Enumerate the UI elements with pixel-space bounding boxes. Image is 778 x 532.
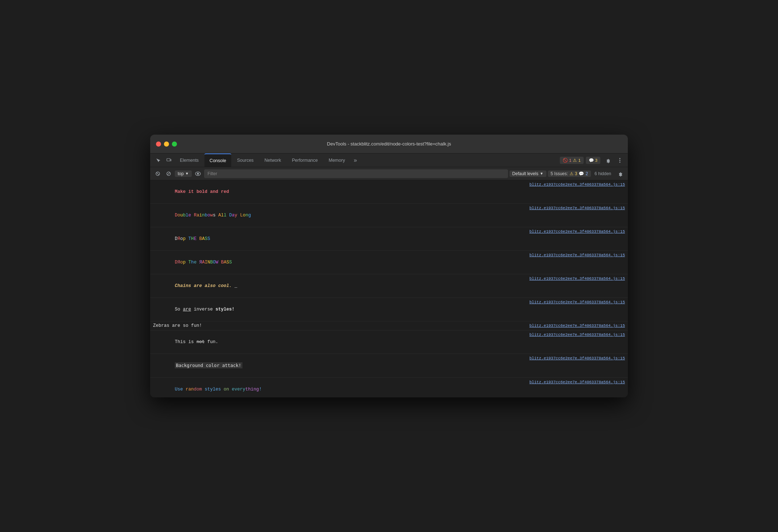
log-source-link[interactable]: blitz.e1937cc6e2ee7e…3f4063378a564.js:15 — [529, 206, 625, 210]
traffic-lights — [156, 142, 177, 147]
issues-info-icon: 💬 — [579, 171, 584, 176]
chevron-down-icon: ▼ — [185, 172, 189, 176]
log-source-link[interactable]: blitz.e1937cc6e2ee7e…3f4063378a564.js:15 — [529, 380, 625, 384]
window-title: DevTools - stackblitz.com/edit/node-colo… — [327, 141, 451, 147]
title-bar: DevTools - stackblitz.com/edit/node-colo… — [150, 135, 628, 153]
tab-network[interactable]: Network — [259, 153, 286, 167]
context-label: top — [178, 171, 184, 176]
default-levels-label: Default levels — [512, 171, 538, 176]
log-row: This is not fun. blitz.e1937cc6e2ee7e…3f… — [150, 330, 628, 354]
settings-icon[interactable] — [602, 155, 613, 165]
maximize-button[interactable] — [172, 142, 177, 147]
log-text: DЯop THE BASS — [153, 228, 525, 250]
device-icon[interactable] — [164, 155, 174, 165]
svg-point-10 — [197, 173, 199, 174]
devtools-tab-bar: Elements Console Sources Network Perform… — [150, 153, 628, 167]
log-row: Background color attack! blitz.e1937cc6e… — [150, 354, 628, 378]
eye-icon[interactable] — [193, 169, 203, 178]
log-levels-selector[interactable]: Default levels ▼ — [509, 170, 546, 177]
log-source-link[interactable]: blitz.e1937cc6e2ee7e…3f4063378a564.js:15 — [529, 333, 625, 337]
warning-count: 1 — [578, 158, 580, 162]
issues-settings-icon[interactable] — [615, 169, 625, 179]
issues-warn-icon: ⚠ — [570, 171, 574, 176]
cursor-icon[interactable] — [153, 155, 163, 165]
svg-point-2 — [620, 158, 621, 159]
log-text: Background color attack! — [153, 355, 525, 377]
svg-line-8 — [168, 173, 170, 175]
console-output[interactable]: Make it bold and red blitz.e1937cc6e2ee7… — [150, 180, 628, 397]
log-row: So are inverse styles! blitz.e1937cc6e2e… — [150, 298, 628, 321]
hidden-count: 6 hidden — [592, 170, 613, 177]
close-button[interactable] — [156, 142, 161, 147]
filter-input[interactable] — [204, 169, 508, 178]
console-toolbar: top ▼ Default levels ▼ 5 Issues: ⚠ 3 💬 2… — [150, 167, 628, 180]
svg-point-3 — [620, 160, 621, 161]
tab-performance[interactable]: Performance — [287, 153, 323, 167]
log-row: DЯop The ЯAINBOW BASS blitz.e1937cc6e2ee… — [150, 251, 628, 274]
log-row: Double Rainbows All Day Long blitz.e1937… — [150, 204, 628, 227]
log-row: Zebras are so fun! blitz.e1937cc6e2ee7e…… — [150, 321, 628, 330]
more-options-icon[interactable] — [615, 155, 625, 165]
log-text: So are inverse styles! — [153, 299, 525, 320]
svg-rect-0 — [167, 159, 170, 161]
log-row: Use random styles on everything! blitz.e… — [150, 378, 628, 397]
svg-rect-1 — [170, 159, 171, 161]
error-count: 1 — [569, 158, 571, 162]
log-row: DЯop THE BASS blitz.e1937cc6e2ee7e…3f406… — [150, 227, 628, 251]
log-source-link[interactable]: blitz.e1937cc6e2ee7e…3f4063378a564.js:15 — [529, 253, 625, 257]
warning-icon: ⚠ — [573, 158, 577, 163]
more-tabs-button[interactable]: » — [351, 156, 360, 165]
filter-icon[interactable] — [164, 169, 173, 178]
tab-console[interactable]: Console — [204, 153, 231, 167]
log-source-link[interactable]: blitz.e1937cc6e2ee7e…3f4063378a564.js:15 — [529, 182, 625, 187]
context-selector[interactable]: top ▼ — [175, 170, 192, 177]
clear-console-button[interactable] — [153, 169, 162, 178]
error-badge-group: 🚫 1 ⚠ 1 — [560, 157, 584, 164]
tab-sources[interactable]: Sources — [232, 153, 259, 167]
info-count: 3 — [595, 158, 597, 162]
error-icon: 🚫 — [563, 158, 568, 163]
issues-label: 5 Issues: — [551, 171, 568, 176]
tab-memory[interactable]: Memory — [324, 153, 350, 167]
log-source-link[interactable]: blitz.e1937cc6e2ee7e…3f4063378a564.js:15 — [529, 229, 625, 234]
svg-line-6 — [157, 173, 159, 175]
issues-info-count: 2 — [585, 171, 588, 176]
log-source-link[interactable]: blitz.e1937cc6e2ee7e…3f4063378a564.js:15 — [529, 356, 625, 360]
log-source-link[interactable]: blitz.e1937cc6e2ee7e…3f4063378a564.js:15 — [529, 324, 625, 328]
log-row: Make it bold and red blitz.e1937cc6e2ee7… — [150, 180, 628, 204]
devtools-window: DevTools - stackblitz.com/edit/node-colo… — [150, 135, 628, 397]
log-text: Zebras are so fun! — [153, 322, 525, 329]
issues-badge: 5 Issues: ⚠ 3 💬 2 — [548, 170, 591, 177]
svg-point-4 — [620, 161, 621, 162]
log-text: Make it bold and red — [153, 181, 525, 203]
log-text: Chains are also cool. _ — [153, 275, 525, 297]
tab-elements[interactable]: Elements — [175, 153, 204, 167]
log-text: Use random styles on everything! — [153, 379, 525, 397]
log-text: Double Rainbows All Day Long — [153, 204, 525, 226]
log-text: This is not fun. — [153, 331, 525, 353]
log-source-link[interactable]: blitz.e1937cc6e2ee7e…3f4063378a564.js:15 — [529, 276, 625, 281]
issues-warn-count: 3 — [575, 171, 578, 176]
info-icon: 💬 — [589, 158, 594, 163]
log-text: DЯop The ЯAINBOW BASS — [153, 252, 525, 273]
log-source-link[interactable]: blitz.e1937cc6e2ee7e…3f4063378a564.js:15 — [529, 300, 625, 304]
levels-chevron-icon: ▼ — [540, 172, 544, 176]
tab-right-controls: 🚫 1 ⚠ 1 💬 3 — [560, 155, 625, 165]
log-row: Chains are also cool. _ blitz.e1937cc6e2… — [150, 274, 628, 298]
minimize-button[interactable] — [164, 142, 169, 147]
info-badge-group: 💬 3 — [586, 157, 600, 164]
